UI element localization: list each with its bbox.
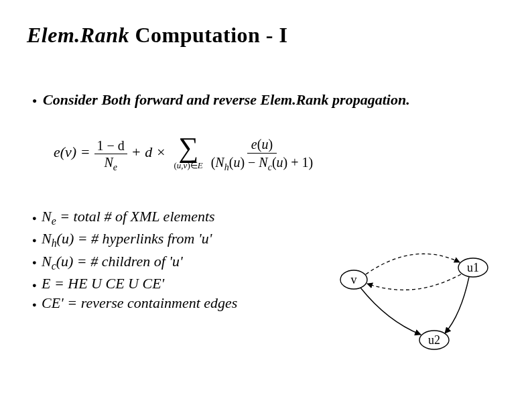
- graph-svg: v u1 u2: [327, 234, 501, 355]
- eq-lhs: e(v) =: [54, 145, 90, 160]
- eq-frac2-num: e(u): [247, 137, 277, 154]
- title-italic: Elem.Rank: [27, 23, 129, 47]
- edge-u1-to-v: [367, 274, 461, 290]
- bullet-icon: ●: [32, 96, 42, 106]
- sigma-subscript: (u,v)∈E: [174, 161, 203, 170]
- subheading: ●Consider Both forward and reverse Elem.…: [32, 91, 505, 109]
- bullet-icon: ●: [32, 300, 40, 310]
- bullet-icon: ●: [32, 235, 40, 245]
- eq-plus-d-times: + d ×: [127, 145, 170, 160]
- node-u1-label: u1: [467, 261, 479, 274]
- edge-v-to-u2: [360, 288, 421, 335]
- node-v-label: v: [351, 273, 357, 286]
- bullet-icon: ●: [32, 280, 40, 290]
- slide-title: Elem.Rank Computation - I: [27, 23, 505, 48]
- bullet-line-1: ●Ne = total # of XML elements: [32, 207, 505, 229]
- eq-frac1-den: Ne: [101, 154, 120, 172]
- sigma-symbol: ∑: [178, 135, 198, 161]
- eq-fraction-1: 1 − d Ne: [94, 138, 127, 172]
- eq-frac2-den: (Nh(u) − Nc(u) + 1): [207, 154, 317, 172]
- eq-sigma: ∑ (u,v)∈E: [174, 135, 203, 170]
- edge-u1-to-u2: [445, 277, 469, 333]
- bullet-icon: ●: [32, 213, 40, 223]
- subheading-text: Consider Both forward and reverse Elem.R…: [43, 91, 410, 108]
- bullet-icon: ●: [32, 258, 40, 268]
- graph-diagram: v u1 u2: [327, 234, 501, 355]
- node-u2-label: u2: [428, 333, 440, 347]
- title-rest: Computation - I: [129, 23, 287, 47]
- edge-v-to-u1: [366, 254, 460, 274]
- equation: e(v) = 1 − d Ne + d × ∑ (u,v)∈E e(u) (Nh…: [54, 133, 505, 186]
- eq-fraction-2: e(u) (Nh(u) − Nc(u) + 1): [207, 137, 317, 172]
- eq-frac1-num: 1 − d: [94, 138, 127, 154]
- slide-container: Elem.Rank Computation - I ●Consider Both…: [0, 0, 532, 399]
